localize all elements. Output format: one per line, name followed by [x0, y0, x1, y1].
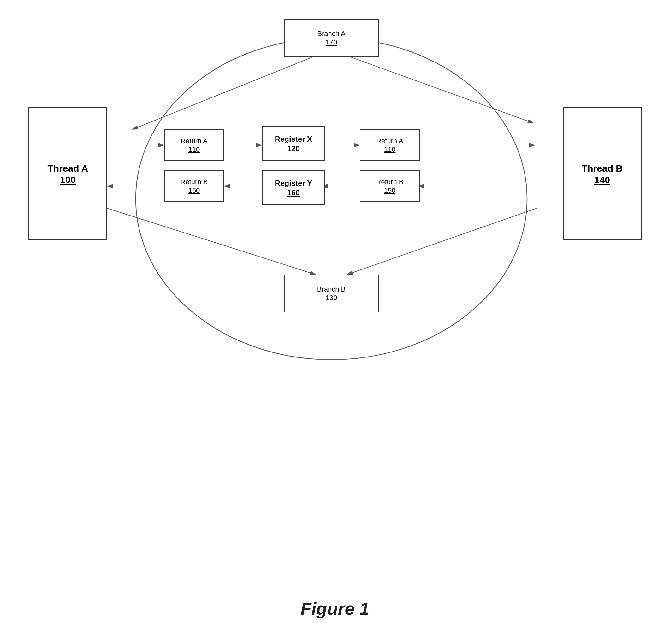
svg-line-12	[347, 208, 536, 274]
return-a-right-number: 110	[384, 146, 396, 154]
return-a-left-box: Return A 110	[164, 129, 224, 161]
branch-a-box: Branch A 170	[284, 19, 379, 57]
register-y-number: 160	[287, 188, 300, 197]
return-b-right-number: 150	[384, 187, 396, 195]
thread-a-label: Thread A	[48, 162, 89, 174]
return-b-right-label: Return B	[376, 178, 404, 187]
svg-line-1	[133, 55, 317, 129]
thread-b-number: 140	[594, 174, 610, 185]
thread-a-number: 100	[60, 174, 76, 185]
register-y-box: Register Y 160	[262, 170, 325, 205]
register-x-label: Register X	[275, 134, 312, 144]
return-b-left-box: Return B 150	[164, 170, 224, 202]
branch-a-label: Branch A	[317, 29, 345, 39]
return-b-right-box: Return B 150	[360, 170, 420, 202]
branch-b-box: Branch B 130	[284, 274, 379, 312]
thread-b-box: Thread B 140	[563, 107, 642, 240]
svg-line-2	[346, 55, 533, 123]
return-a-left-label: Return A	[180, 137, 207, 146]
thread-b-label: Thread B	[581, 162, 623, 174]
return-b-left-label: Return B	[180, 178, 208, 187]
register-x-number: 120	[287, 144, 300, 153]
branch-b-label: Branch B	[317, 285, 346, 294]
diagram: Thread A 100 Thread B 140 Branch A 170 B…	[10, 10, 660, 451]
branch-a-number: 170	[326, 38, 337, 46]
thread-a-box: Thread A 100	[28, 107, 107, 240]
register-x-box: Register X 120	[262, 126, 325, 161]
return-a-right-box: Return A 110	[360, 129, 420, 161]
branch-b-number: 130	[326, 294, 337, 302]
return-a-left-number: 110	[188, 146, 200, 154]
register-y-label: Register Y	[275, 178, 312, 188]
return-b-left-number: 150	[188, 187, 200, 195]
svg-line-11	[107, 208, 316, 274]
figure-caption: Figure 1	[0, 598, 670, 619]
return-a-right-label: Return A	[376, 137, 403, 146]
